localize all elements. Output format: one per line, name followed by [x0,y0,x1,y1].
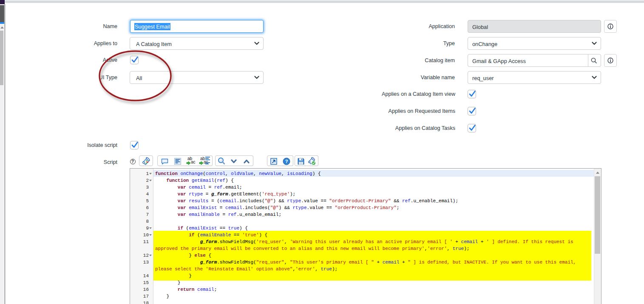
svg-text:?: ? [285,159,288,164]
